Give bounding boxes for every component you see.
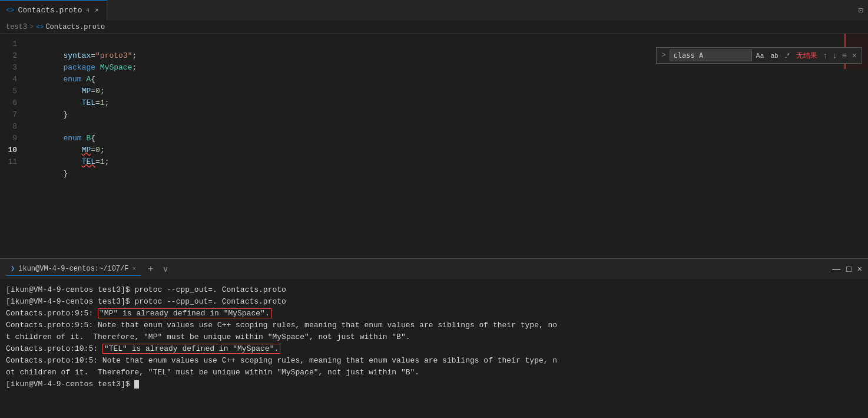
terminal-line-8: ot children of it. Therefore, "TEL" must… (6, 367, 862, 378)
terminal-content[interactable]: [ikun@VM-4-9-centos test3]$ protoc --cpp… (0, 279, 868, 418)
line-number-11: 11 (0, 156, 26, 168)
terminal-maximize-button[interactable]: □ (846, 264, 851, 274)
toggle-replace-button[interactable]: ≡ (840, 50, 849, 61)
tab-bar: <> Contacts.proto 4 × ⊡ (0, 0, 868, 21)
code-line-11: 11 } (0, 156, 868, 168)
terminal-tab-bar: ❯ ikun@VM-4-9-centos:~/107/F × + ∨ — □ × (0, 259, 868, 279)
match-case-button[interactable]: Aa (753, 50, 767, 61)
line-number-4: 4 (0, 74, 26, 85)
no-result-label: 无结果 (796, 51, 817, 61)
line-number-2: 2 (0, 50, 26, 62)
terminal-dropdown-button[interactable]: ∨ (160, 264, 171, 274)
terminal-tab[interactable]: ❯ ikun@VM-4-9-centos:~/107/F × (6, 262, 141, 276)
search-navigation: ↑ ↓ ≡ × (821, 50, 859, 61)
main-layout: 1 syntax="proto3"; 2 package MySpace; 3 … (0, 34, 868, 418)
line-content-11: } (26, 156, 868, 192)
proto-file-icon: <> (6, 6, 14, 15)
terminal-close-button[interactable]: × (857, 264, 862, 274)
regex-button[interactable]: .* (782, 50, 792, 61)
terminal-line-7: Contacts.proto:10:5: Note that enum valu… (6, 355, 862, 367)
terminal-line-3: Contacts.proto:9:5: "MP" is already defi… (6, 308, 862, 320)
code-line-4: 4 MP=0; (0, 74, 868, 85)
code-line-6: 6 } (0, 97, 868, 109)
contacts-proto-tab[interactable]: <> Contacts.proto 4 × (0, 0, 107, 21)
error-box-tel: "TEL" is already defined in "MySpace". (102, 344, 280, 354)
line-number-6: 6 (0, 97, 26, 109)
line-number-1: 1 (0, 38, 26, 50)
terminal-icon: ❯ (11, 264, 15, 273)
editor-area[interactable]: 1 syntax="proto3"; 2 package MySpace; 3 … (0, 34, 868, 258)
search-expand-button[interactable]: > (659, 50, 668, 61)
terminal-tab-label: ikun@VM-4-9-centos:~/107/F (18, 265, 128, 273)
tab-dirty-count: 4 (86, 7, 90, 14)
code-line-9: 9 MP=0; (0, 133, 868, 144)
breadcrumb-folder: test3 (6, 23, 27, 31)
search-prev-button[interactable]: ↑ (821, 50, 830, 61)
line-number-9: 9 (0, 133, 26, 144)
terminal-cursor (134, 380, 139, 389)
line-number-7: 7 (0, 109, 26, 121)
terminal-line-2: [ikun@VM-4-9-centos test3]$ protoc --cpp… (6, 296, 862, 308)
breadcrumb-sep: > (29, 23, 34, 31)
terminal-line-5: t children of it. Therefore, "MP" must b… (6, 331, 862, 343)
search-input[interactable] (670, 50, 752, 61)
code-line-8: 8 enum B{ (0, 121, 868, 133)
line-number-10: 10 (0, 144, 26, 156)
terminal-add-button[interactable]: + (145, 264, 155, 274)
whole-word-button[interactable]: ab (768, 50, 781, 61)
tab-label: Contacts.proto (18, 6, 82, 15)
terminal-minimize-button[interactable]: — (832, 264, 840, 274)
line-number-8: 8 (0, 121, 26, 133)
breadcrumb-file-icon: <> (36, 24, 44, 31)
search-next-button[interactable]: ↓ (830, 50, 839, 61)
terminal-line-6: Contacts.proto:10:5: "TEL" is already de… (6, 343, 862, 355)
tab-close-button[interactable]: × (93, 6, 101, 15)
code-line-10: 10 TEL=1; (0, 144, 868, 156)
line-number-5: 5 (0, 85, 26, 97)
terminal-window-controls: — □ × (832, 264, 862, 274)
terminal-tab-close[interactable]: × (132, 265, 136, 272)
breadcrumb-file: Contacts.proto (45, 23, 105, 31)
terminal-container: ❯ ikun@VM-4-9-centos:~/107/F × + ∨ — □ ×… (0, 258, 868, 418)
terminal-line-1: [ikun@VM-4-9-centos test3]$ protoc --cpp… (6, 284, 862, 296)
code-line-5: 5 TEL=1; (0, 85, 868, 97)
split-editor-icon[interactable]: ⊡ (859, 5, 863, 15)
search-bar: > Aa ab .* 无结果 ↑ ↓ ≡ × (656, 47, 862, 64)
terminal-line-9: [ikun@VM-4-9-centos test3]$ (6, 378, 862, 390)
terminal-line-4: Contacts.proto:9:5: Note that enum value… (6, 320, 862, 331)
breadcrumb: test3 > <> Contacts.proto (0, 21, 868, 34)
code-line-3: 3 enum A{ (0, 62, 868, 74)
error-box-mp: "MP" is already defined in "MySpace". (98, 308, 271, 318)
line-number-3: 3 (0, 62, 26, 74)
search-close-button[interactable]: × (850, 50, 859, 61)
